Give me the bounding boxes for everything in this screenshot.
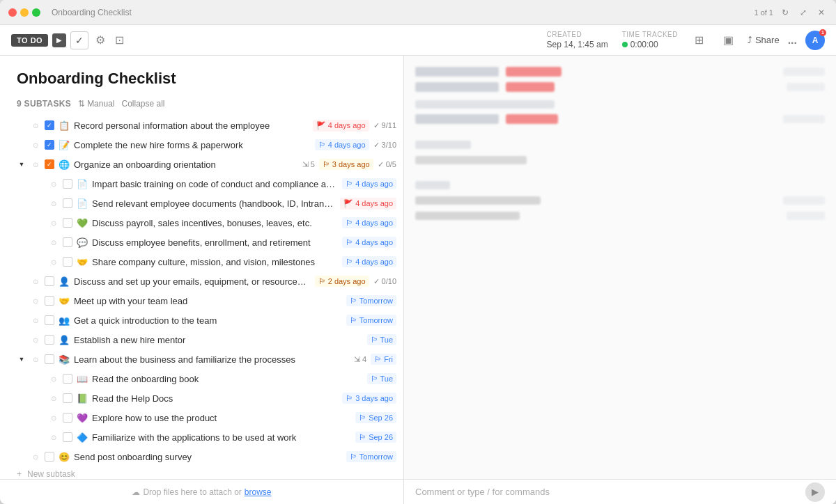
task-icon: 👤 bbox=[59, 276, 70, 287]
expand-arrow[interactable] bbox=[35, 432, 45, 442]
close-window-button[interactable]: ✕ bbox=[815, 6, 828, 19]
task-item[interactable]: ⊙ 📄 Send relevant employee documents (ha… bbox=[0, 194, 403, 213]
task-checkbox[interactable] bbox=[63, 237, 72, 247]
task-item[interactable]: ⊙ 📗 Read the Help Docs 🏳 3 days ago bbox=[0, 388, 403, 408]
blurred-label bbox=[415, 67, 499, 77]
task-checkbox[interactable] bbox=[45, 354, 54, 364]
task-checkbox[interactable] bbox=[45, 276, 54, 286]
progress-badge: ✓ 0/10 bbox=[373, 277, 396, 286]
expand-arrow[interactable]: ▼ bbox=[17, 354, 26, 364]
task-icon: 🔷 bbox=[77, 432, 88, 443]
task-item[interactable]: ⊙ 🔷 Familiarize with the applications to… bbox=[0, 427, 403, 447]
created-label: CREATED bbox=[547, 31, 608, 38]
task-checkbox[interactable]: ✓ bbox=[45, 159, 54, 169]
browse-link[interactable]: browse bbox=[245, 487, 272, 497]
task-item[interactable]: ⊙ 😊 Send post onboarding survey 🏳 Tomorr… bbox=[0, 447, 403, 466]
task-item[interactable]: ⊙ 🤝 Meet up with your team lead 🏳 Tomorr… bbox=[0, 291, 403, 310]
task-item[interactable]: ⊙ 👤 Discuss and set up your emails, equi… bbox=[0, 271, 403, 291]
expand-arrow[interactable] bbox=[17, 140, 26, 150]
task-item[interactable]: ⊙ 👥 Get a quick introduction to the team… bbox=[0, 310, 403, 330]
task-item[interactable]: ▼ ⊙ ✓ 🌐 Organize an onboarding orientati… bbox=[0, 155, 403, 174]
task-checkbox[interactable]: ✓ bbox=[45, 120, 54, 130]
minimize-button[interactable] bbox=[20, 8, 29, 17]
status-arrow-button[interactable]: ▶ bbox=[52, 33, 66, 47]
task-item[interactable]: ⊙ 👤 Establish a new hire mentor 🏳 Tue bbox=[0, 330, 403, 349]
due-date: 🚩 4 days ago bbox=[340, 198, 396, 210]
task-item[interactable]: ⊙ ✓ 📋 Record personal information about … bbox=[0, 116, 403, 135]
expand-panel-button[interactable]: ⊞ bbox=[692, 31, 706, 49]
expand-arrow[interactable] bbox=[17, 315, 26, 325]
due-date: 🏳 4 days ago bbox=[342, 237, 396, 248]
task-icon: 📖 bbox=[77, 374, 88, 384]
expand-arrow[interactable] bbox=[17, 120, 26, 130]
task-checkbox[interactable] bbox=[63, 179, 72, 189]
template-button[interactable]: ⊡ bbox=[112, 31, 127, 49]
avatar[interactable]: A 1 bbox=[805, 31, 825, 50]
task-checkbox[interactable] bbox=[45, 452, 54, 462]
blurred-row-9 bbox=[415, 212, 825, 220]
expand-arrow[interactable] bbox=[17, 452, 26, 462]
panel-button[interactable]: ▣ bbox=[720, 31, 736, 49]
status-badge[interactable]: TO DO bbox=[11, 34, 48, 47]
maximize-button[interactable] bbox=[32, 8, 40, 17]
settings-button[interactable]: ⚙ bbox=[93, 31, 108, 49]
blurred-row-8 bbox=[415, 196, 825, 205]
expand-arrow[interactable] bbox=[17, 335, 26, 345]
comment-placeholder[interactable]: Comment or type / for commands bbox=[415, 487, 550, 497]
send-button[interactable]: ▶ bbox=[805, 482, 825, 502]
task-checkbox[interactable]: ✓ bbox=[45, 140, 54, 150]
expand-arrow[interactable] bbox=[35, 179, 45, 189]
task-item[interactable]: ⊙ 🤝 Share company culture, mission, and … bbox=[0, 252, 403, 271]
task-checkbox[interactable] bbox=[63, 413, 72, 423]
task-checkbox[interactable] bbox=[63, 393, 72, 403]
expand-arrow[interactable] bbox=[35, 374, 45, 384]
sub-count-badge: ⇲ 4 bbox=[354, 355, 366, 364]
toolbar: TO DO ▶ ✓ ⚙ ⊡ CREATED Sep 14, 1:45 am TI… bbox=[0, 25, 836, 56]
expand-arrow[interactable] bbox=[35, 198, 45, 208]
task-checkbox[interactable] bbox=[63, 374, 72, 384]
task-item[interactable]: ⊙ ✓ 📝 Complete the new hire forms & pape… bbox=[0, 135, 403, 155]
refresh-button[interactable]: ↻ bbox=[779, 6, 791, 19]
task-item[interactable]: ⊙ 💬 Discuss employee benefits, enrollmen… bbox=[0, 233, 403, 252]
blurred-label bbox=[415, 114, 499, 124]
due-date: 🏳 Tue bbox=[367, 373, 396, 384]
task-icon: 💬 bbox=[77, 237, 88, 248]
task-checkbox[interactable] bbox=[45, 296, 54, 306]
task-checkbox[interactable] bbox=[63, 198, 72, 208]
task-checkbox[interactable] bbox=[63, 432, 72, 442]
expand-arrow[interactable] bbox=[35, 237, 45, 247]
task-checkbox[interactable] bbox=[45, 335, 54, 345]
task-checkbox[interactable] bbox=[45, 315, 54, 325]
expand-button[interactable]: ⤢ bbox=[797, 6, 810, 19]
task-item[interactable]: ⊙ 💜 Explore how to use the product 🏳 Sep… bbox=[0, 408, 403, 427]
task-item[interactable]: ▼ ⊙ 📚 Learn about the business and famil… bbox=[0, 349, 403, 369]
task-item[interactable]: ⊙ 📖 Read the onboarding book 🏳 Tue bbox=[0, 369, 403, 388]
blurred-text bbox=[415, 100, 555, 109]
task-checkbox[interactable] bbox=[63, 218, 72, 228]
expand-arrow[interactable] bbox=[35, 257, 45, 267]
share-button[interactable]: ⤴ Share bbox=[748, 35, 780, 45]
blurred-text bbox=[415, 181, 450, 189]
task-item[interactable]: ⊙ 📄 Impart basic training on code of con… bbox=[0, 174, 403, 194]
task-checkbox[interactable] bbox=[63, 257, 72, 267]
toolbar-right: ⤴ Share ... A 1 bbox=[748, 31, 825, 50]
expand-arrow[interactable] bbox=[35, 413, 45, 423]
expand-arrow[interactable] bbox=[17, 296, 26, 306]
expand-arrow[interactable]: ▼ bbox=[17, 159, 26, 169]
add-subtask-row[interactable]: + New subtask bbox=[0, 466, 403, 479]
more-options-button[interactable]: ... bbox=[788, 34, 797, 47]
task-icon: 📄 bbox=[77, 198, 88, 209]
expand-arrow[interactable] bbox=[17, 276, 26, 286]
subtasks-bar: 9 SUBTASKS ⇅ Manual Collapse all bbox=[0, 95, 403, 116]
sub-count-badge: ⇲ 5 bbox=[302, 160, 315, 169]
expand-arrow[interactable] bbox=[35, 393, 45, 403]
task-item[interactable]: ⊙ 💚 Discuss payroll, sales incentives, b… bbox=[0, 213, 403, 233]
expand-arrow[interactable] bbox=[35, 218, 45, 228]
close-button[interactable] bbox=[8, 8, 17, 17]
collapse-all-button[interactable]: Collapse all bbox=[121, 99, 164, 109]
due-date: 🏳 4 days ago bbox=[342, 178, 396, 189]
blurred-text bbox=[783, 196, 825, 205]
task-icon: 📋 bbox=[59, 120, 70, 131]
complete-button[interactable]: ✓ bbox=[70, 31, 88, 49]
due-date: 🏳 4 days ago bbox=[315, 139, 369, 150]
